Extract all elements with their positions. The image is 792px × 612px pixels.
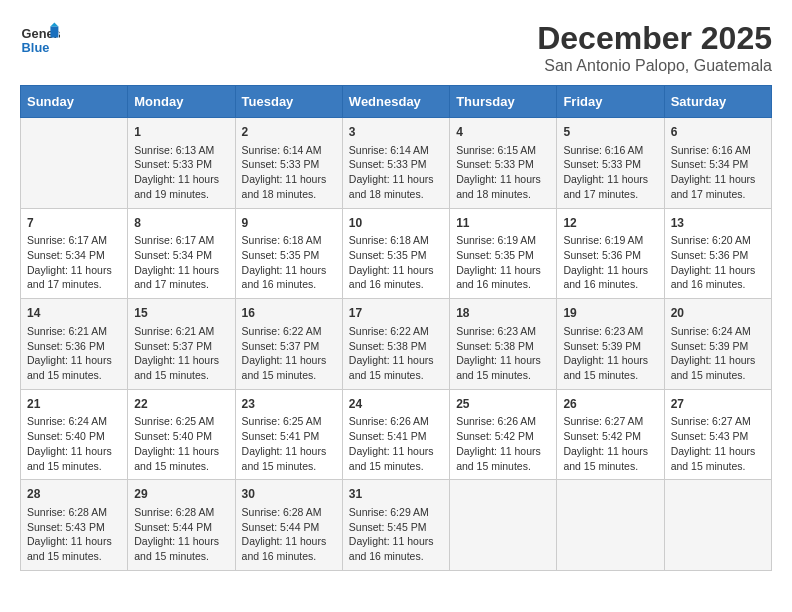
daylight-hours: Daylight: 11 hours and 15 minutes. [563, 354, 648, 381]
daylight-hours: Daylight: 11 hours and 17 minutes. [671, 173, 756, 200]
daylight-hours: Daylight: 11 hours and 16 minutes. [456, 264, 541, 291]
day-number: 9 [242, 215, 336, 232]
sunrise-time: Sunrise: 6:23 AM [563, 325, 643, 337]
day-number: 11 [456, 215, 550, 232]
day-number: 19 [563, 305, 657, 322]
daylight-hours: Daylight: 11 hours and 17 minutes. [563, 173, 648, 200]
sunrise-time: Sunrise: 6:25 AM [134, 415, 214, 427]
calendar-week-4: 21 Sunrise: 6:24 AM Sunset: 5:40 PM Dayl… [21, 389, 772, 480]
calendar-cell: 3 Sunrise: 6:14 AM Sunset: 5:33 PM Dayli… [342, 118, 449, 209]
sunrise-time: Sunrise: 6:23 AM [456, 325, 536, 337]
header-tuesday: Tuesday [235, 86, 342, 118]
daylight-hours: Daylight: 11 hours and 15 minutes. [27, 445, 112, 472]
sunset-time: Sunset: 5:45 PM [349, 521, 427, 533]
calendar-cell: 11 Sunrise: 6:19 AM Sunset: 5:35 PM Dayl… [450, 208, 557, 299]
sunrise-time: Sunrise: 6:28 AM [242, 506, 322, 518]
sunrise-time: Sunrise: 6:16 AM [563, 144, 643, 156]
daylight-hours: Daylight: 11 hours and 15 minutes. [134, 535, 219, 562]
calendar-week-3: 14 Sunrise: 6:21 AM Sunset: 5:36 PM Dayl… [21, 299, 772, 390]
sunset-time: Sunset: 5:33 PM [349, 158, 427, 170]
day-number: 15 [134, 305, 228, 322]
sunrise-time: Sunrise: 6:22 AM [242, 325, 322, 337]
daylight-hours: Daylight: 11 hours and 15 minutes. [27, 535, 112, 562]
day-number: 4 [456, 124, 550, 141]
calendar-cell: 31 Sunrise: 6:29 AM Sunset: 5:45 PM Dayl… [342, 480, 449, 571]
sunrise-time: Sunrise: 6:24 AM [671, 325, 751, 337]
sunrise-time: Sunrise: 6:28 AM [134, 506, 214, 518]
calendar-cell: 12 Sunrise: 6:19 AM Sunset: 5:36 PM Dayl… [557, 208, 664, 299]
calendar-cell: 2 Sunrise: 6:14 AM Sunset: 5:33 PM Dayli… [235, 118, 342, 209]
sunrise-time: Sunrise: 6:19 AM [456, 234, 536, 246]
sunrise-time: Sunrise: 6:19 AM [563, 234, 643, 246]
day-number: 25 [456, 396, 550, 413]
calendar-cell: 14 Sunrise: 6:21 AM Sunset: 5:36 PM Dayl… [21, 299, 128, 390]
page-subtitle: San Antonio Palopo, Guatemala [537, 57, 772, 75]
calendar-cell [450, 480, 557, 571]
day-number: 18 [456, 305, 550, 322]
calendar-cell: 22 Sunrise: 6:25 AM Sunset: 5:40 PM Dayl… [128, 389, 235, 480]
daylight-hours: Daylight: 11 hours and 18 minutes. [456, 173, 541, 200]
calendar-cell: 9 Sunrise: 6:18 AM Sunset: 5:35 PM Dayli… [235, 208, 342, 299]
day-number: 7 [27, 215, 121, 232]
calendar-cell: 7 Sunrise: 6:17 AM Sunset: 5:34 PM Dayli… [21, 208, 128, 299]
day-number: 8 [134, 215, 228, 232]
calendar-cell: 4 Sunrise: 6:15 AM Sunset: 5:33 PM Dayli… [450, 118, 557, 209]
day-number: 27 [671, 396, 765, 413]
daylight-hours: Daylight: 11 hours and 16 minutes. [242, 264, 327, 291]
header-row: Sunday Monday Tuesday Wednesday Thursday… [21, 86, 772, 118]
daylight-hours: Daylight: 11 hours and 16 minutes. [242, 535, 327, 562]
calendar-cell: 28 Sunrise: 6:28 AM Sunset: 5:43 PM Dayl… [21, 480, 128, 571]
calendar-cell: 8 Sunrise: 6:17 AM Sunset: 5:34 PM Dayli… [128, 208, 235, 299]
calendar-table: Sunday Monday Tuesday Wednesday Thursday… [20, 85, 772, 571]
sunrise-time: Sunrise: 6:15 AM [456, 144, 536, 156]
calendar-cell [21, 118, 128, 209]
calendar-cell [664, 480, 771, 571]
sunrise-time: Sunrise: 6:22 AM [349, 325, 429, 337]
logo-icon: General Blue [20, 20, 60, 60]
daylight-hours: Daylight: 11 hours and 15 minutes. [671, 445, 756, 472]
daylight-hours: Daylight: 11 hours and 15 minutes. [456, 354, 541, 381]
sunset-time: Sunset: 5:39 PM [563, 340, 641, 352]
sunset-time: Sunset: 5:40 PM [27, 430, 105, 442]
calendar-cell: 20 Sunrise: 6:24 AM Sunset: 5:39 PM Dayl… [664, 299, 771, 390]
sunrise-time: Sunrise: 6:20 AM [671, 234, 751, 246]
day-number: 10 [349, 215, 443, 232]
sunrise-time: Sunrise: 6:14 AM [242, 144, 322, 156]
sunrise-time: Sunrise: 6:18 AM [349, 234, 429, 246]
sunrise-time: Sunrise: 6:26 AM [456, 415, 536, 427]
daylight-hours: Daylight: 11 hours and 17 minutes. [134, 264, 219, 291]
logo: General Blue [20, 20, 60, 60]
daylight-hours: Daylight: 11 hours and 16 minutes. [563, 264, 648, 291]
calendar-cell: 5 Sunrise: 6:16 AM Sunset: 5:33 PM Dayli… [557, 118, 664, 209]
calendar-week-5: 28 Sunrise: 6:28 AM Sunset: 5:43 PM Dayl… [21, 480, 772, 571]
calendar-cell: 13 Sunrise: 6:20 AM Sunset: 5:36 PM Dayl… [664, 208, 771, 299]
day-number: 28 [27, 486, 121, 503]
calendar-week-2: 7 Sunrise: 6:17 AM Sunset: 5:34 PM Dayli… [21, 208, 772, 299]
sunset-time: Sunset: 5:35 PM [456, 249, 534, 261]
sunset-time: Sunset: 5:42 PM [563, 430, 641, 442]
header-sunday: Sunday [21, 86, 128, 118]
sunset-time: Sunset: 5:35 PM [349, 249, 427, 261]
sunrise-time: Sunrise: 6:21 AM [134, 325, 214, 337]
calendar-cell: 17 Sunrise: 6:22 AM Sunset: 5:38 PM Dayl… [342, 299, 449, 390]
day-number: 23 [242, 396, 336, 413]
calendar-cell: 24 Sunrise: 6:26 AM Sunset: 5:41 PM Dayl… [342, 389, 449, 480]
day-number: 14 [27, 305, 121, 322]
day-number: 2 [242, 124, 336, 141]
sunrise-time: Sunrise: 6:13 AM [134, 144, 214, 156]
day-number: 26 [563, 396, 657, 413]
day-number: 17 [349, 305, 443, 322]
calendar-cell: 16 Sunrise: 6:22 AM Sunset: 5:37 PM Dayl… [235, 299, 342, 390]
sunset-time: Sunset: 5:39 PM [671, 340, 749, 352]
sunset-time: Sunset: 5:33 PM [456, 158, 534, 170]
calendar-cell: 6 Sunrise: 6:16 AM Sunset: 5:34 PM Dayli… [664, 118, 771, 209]
sunset-time: Sunset: 5:38 PM [349, 340, 427, 352]
sunset-time: Sunset: 5:35 PM [242, 249, 320, 261]
sunset-time: Sunset: 5:43 PM [27, 521, 105, 533]
sunset-time: Sunset: 5:43 PM [671, 430, 749, 442]
sunset-time: Sunset: 5:33 PM [242, 158, 320, 170]
daylight-hours: Daylight: 11 hours and 15 minutes. [456, 445, 541, 472]
header-thursday: Thursday [450, 86, 557, 118]
sunset-time: Sunset: 5:41 PM [349, 430, 427, 442]
daylight-hours: Daylight: 11 hours and 15 minutes. [134, 354, 219, 381]
